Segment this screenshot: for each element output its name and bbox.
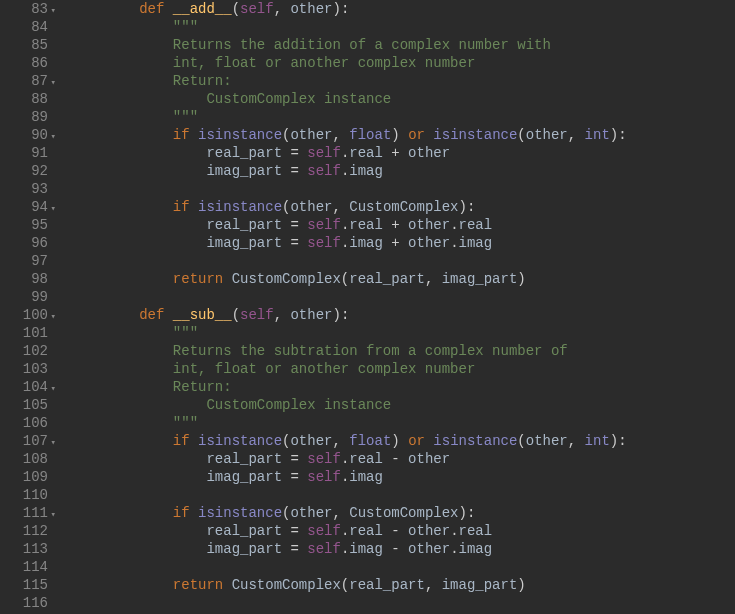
code-line[interactable]: CustomComplex instance: [72, 90, 627, 108]
code-line[interactable]: real_part = self.real + other.real: [72, 216, 627, 234]
code-line[interactable]: int, float or another complex number: [72, 54, 627, 72]
code-line[interactable]: Return:: [72, 378, 627, 396]
fold-marker-icon[interactable]: ▾: [51, 200, 56, 218]
code-line[interactable]: [72, 252, 627, 270]
code-line[interactable]: if isinstance(other, float) or isinstanc…: [72, 126, 627, 144]
line-number: 103: [6, 360, 48, 378]
line-number: 99: [6, 288, 48, 306]
line-number: 94▾: [6, 198, 48, 216]
code-line[interactable]: [72, 288, 627, 306]
code-line[interactable]: real_part = self.real - other.real: [72, 522, 627, 540]
code-line[interactable]: if isinstance(other, CustomComplex):: [72, 198, 627, 216]
line-number: 116: [6, 594, 48, 612]
code-line[interactable]: def __add__(self, other):: [72, 0, 627, 18]
line-number: 87▾: [6, 72, 48, 90]
code-line[interactable]: Return:: [72, 72, 627, 90]
line-number: 86: [6, 54, 48, 72]
line-number: 104▾: [6, 378, 48, 396]
code-line[interactable]: def __sub__(self, other):: [72, 306, 627, 324]
line-number: 113: [6, 540, 48, 558]
line-number: 100▾: [6, 306, 48, 324]
code-line[interactable]: if isinstance(other, CustomComplex):: [72, 504, 627, 522]
fold-marker-icon[interactable]: ▾: [51, 2, 56, 20]
line-number: 89: [6, 108, 48, 126]
code-line[interactable]: [72, 180, 627, 198]
code-editor[interactable]: 83▾84858687▾888990▾91929394▾959697989910…: [0, 0, 735, 614]
code-line[interactable]: """: [72, 18, 627, 36]
line-number: 88: [6, 90, 48, 108]
line-number: 107▾: [6, 432, 48, 450]
fold-marker-icon[interactable]: ▾: [51, 506, 56, 524]
line-number: 93: [6, 180, 48, 198]
code-line[interactable]: real_part = self.real - other: [72, 450, 627, 468]
line-number: 109: [6, 468, 48, 486]
line-number: 95: [6, 216, 48, 234]
code-line[interactable]: """: [72, 414, 627, 432]
line-number: 96: [6, 234, 48, 252]
code-line[interactable]: imag_part = self.imag: [72, 162, 627, 180]
code-line[interactable]: imag_part = self.imag + other.imag: [72, 234, 627, 252]
line-number: 91: [6, 144, 48, 162]
fold-marker-icon[interactable]: ▾: [51, 434, 56, 452]
line-number: 111▾: [6, 504, 48, 522]
code-line[interactable]: """: [72, 108, 627, 126]
fold-marker-icon[interactable]: ▾: [51, 380, 56, 398]
line-number: 98: [6, 270, 48, 288]
code-line[interactable]: if isinstance(other, float) or isinstanc…: [72, 432, 627, 450]
code-line[interactable]: [72, 486, 627, 504]
code-line[interactable]: imag_part = self.imag - other.imag: [72, 540, 627, 558]
fold-marker-icon[interactable]: ▾: [51, 74, 56, 92]
line-number: 105: [6, 396, 48, 414]
code-line[interactable]: Returns the addition of a complex number…: [72, 36, 627, 54]
line-number: 102: [6, 342, 48, 360]
code-line[interactable]: Returns the subtration from a complex nu…: [72, 342, 627, 360]
line-number: 101: [6, 324, 48, 342]
line-number: 92: [6, 162, 48, 180]
line-number: 112: [6, 522, 48, 540]
code-line[interactable]: int, float or another complex number: [72, 360, 627, 378]
line-number-gutter: 83▾84858687▾888990▾91929394▾959697989910…: [0, 0, 58, 614]
line-number: 108: [6, 450, 48, 468]
code-line[interactable]: CustomComplex instance: [72, 396, 627, 414]
code-line[interactable]: return CustomComplex(real_part, imag_par…: [72, 270, 627, 288]
fold-marker-icon[interactable]: ▾: [51, 128, 56, 146]
line-number: 110: [6, 486, 48, 504]
line-number: 90▾: [6, 126, 48, 144]
code-line[interactable]: real_part = self.real + other: [72, 144, 627, 162]
fold-marker-icon[interactable]: ▾: [51, 308, 56, 326]
line-number: 115: [6, 576, 48, 594]
code-line[interactable]: return CustomComplex(real_part, imag_par…: [72, 576, 627, 594]
code-area[interactable]: def __add__(self, other): """ Returns th…: [58, 0, 627, 614]
line-number: 85: [6, 36, 48, 54]
code-line[interactable]: [72, 594, 627, 612]
line-number: 84: [6, 18, 48, 36]
code-line[interactable]: """: [72, 324, 627, 342]
line-number: 97: [6, 252, 48, 270]
line-number: 106: [6, 414, 48, 432]
code-line[interactable]: [72, 558, 627, 576]
line-number: 83▾: [6, 0, 48, 18]
code-line[interactable]: imag_part = self.imag: [72, 468, 627, 486]
line-number: 114: [6, 558, 48, 576]
